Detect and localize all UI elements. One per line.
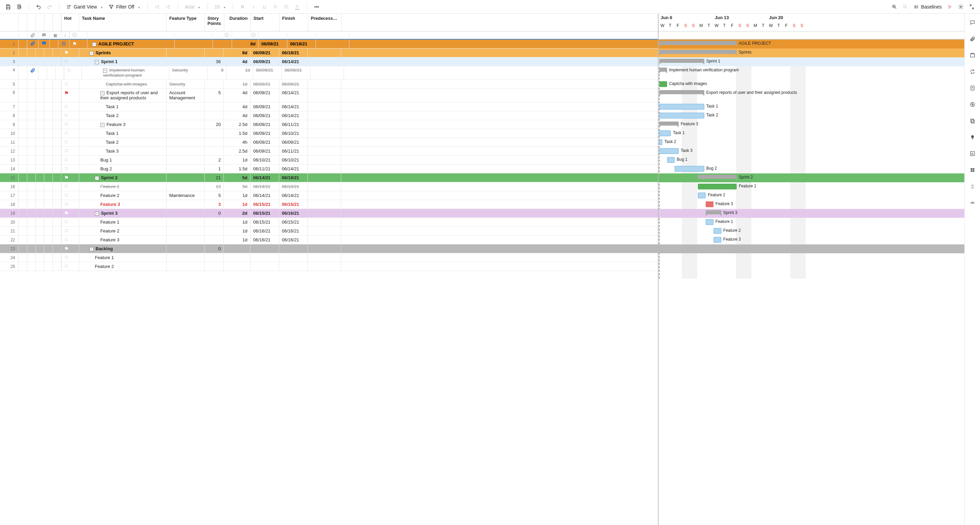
attachment-icon[interactable] [30, 68, 35, 74]
cell-feature-type[interactable] [167, 147, 205, 155]
zoom-out-button[interactable] [900, 2, 910, 11]
cell-finish[interactable] [279, 262, 308, 271]
table-row[interactable]: 23⚑−Backlog0 [0, 244, 658, 253]
cell-points[interactable] [205, 236, 224, 244]
cell-feature-type[interactable] [167, 48, 205, 57]
redo-button[interactable] [45, 2, 54, 11]
flag-icon[interactable]: ⚐ [64, 81, 68, 88]
cell-start[interactable]: 06/16/21 [250, 227, 279, 235]
cell-points[interactable] [205, 80, 224, 88]
cell-start[interactable]: 06/09/21 [250, 120, 279, 129]
flag-icon[interactable]: ⚑ [64, 210, 68, 216]
activity-icon[interactable] [969, 101, 977, 109]
flag-icon[interactable]: ⚐ [64, 219, 68, 225]
collapse-toggle[interactable]: − [89, 247, 94, 251]
flag-icon[interactable]: ⚐ [64, 201, 68, 207]
cell-feature-type[interactable] [167, 57, 205, 66]
cell-finish[interactable]: 06/11/21 [279, 147, 308, 155]
cell-task-name[interactable]: Task 1 [79, 129, 167, 137]
gantt-bar[interactable] [706, 201, 713, 207]
cell-start[interactable]: 06/15/21 [250, 200, 279, 209]
cell-points[interactable] [205, 138, 224, 147]
flag-icon[interactable]: ⚐ [64, 193, 68, 199]
cell-predecessors[interactable] [308, 244, 341, 253]
cell-start[interactable]: 06/09/21 [250, 129, 279, 137]
cell-predecessors[interactable] [308, 80, 341, 88]
cell-predecessors[interactable] [308, 138, 341, 147]
flag-icon[interactable]: ⚐ [64, 59, 68, 65]
cell-duration[interactable]: 8d [232, 40, 259, 48]
cell-duration[interactable]: 4d [224, 102, 250, 111]
cell-feature-type[interactable] [167, 209, 205, 217]
cell-feature-type[interactable] [167, 218, 205, 226]
cell-start[interactable]: 06/11/21 [250, 164, 279, 173]
flag-icon[interactable]: ⚑ [64, 90, 68, 96]
cell-start[interactable]: 06/09/21 [250, 138, 279, 147]
gantt-row[interactable]: Task 2 [659, 138, 964, 147]
cell-finish[interactable]: 06/14/21 [279, 89, 308, 102]
cell-finish[interactable]: 06/09/21 [279, 80, 308, 88]
cell-predecessors[interactable] [308, 218, 341, 226]
gantt-row[interactable]: Bug 1 [659, 156, 964, 164]
flag-icon[interactable]: ⚑ [64, 175, 68, 181]
cell-start[interactable]: 06/15/21 [250, 209, 279, 217]
cell-points[interactable]: 1 [205, 164, 224, 173]
gantt-row[interactable]: Feature 2 [659, 227, 964, 236]
settings-button[interactable] [956, 2, 966, 11]
gantt-bar[interactable] [698, 184, 737, 190]
collapse-toggle[interactable]: − [100, 91, 104, 95]
gantt-bar[interactable] [659, 41, 737, 45]
table-row[interactable]: 1⚑−AGILE PROJECT8d06/09/2106/18/21 [0, 40, 658, 48]
col-hot[interactable]: Hot [61, 14, 79, 31]
cell-predecessors[interactable] [308, 48, 341, 57]
gantt-bar[interactable] [659, 104, 704, 110]
print-button[interactable] [14, 2, 24, 11]
table-row[interactable]: 9⚐−Feature 3202.5d06/09/2106/11/21 [0, 120, 658, 129]
gantt-row[interactable] [659, 253, 964, 262]
col-duration[interactable]: Duration [224, 14, 251, 31]
flag-icon[interactable]: ⚐ [64, 104, 68, 110]
flag-icon[interactable]: ⚐ [64, 157, 68, 163]
cell-start[interactable]: 06/09/21 [250, 147, 279, 155]
cell-start[interactable]: 06/09/21 [253, 66, 282, 80]
cell-task-name[interactable]: Captcha with images [79, 80, 167, 88]
lock-icon[interactable] [61, 41, 67, 47]
publish-icon[interactable] [969, 84, 977, 92]
cell-predecessors[interactable] [308, 120, 341, 129]
cell-feature-type[interactable] [167, 111, 205, 120]
cell-finish[interactable]: 06/10/21 [279, 156, 308, 164]
gantt-row[interactable] [659, 262, 964, 271]
apps-icon[interactable] [969, 166, 977, 174]
cell-task-name[interactable]: Bug 1 [79, 156, 167, 164]
cell-start[interactable]: 06/09/21 [250, 111, 279, 120]
cell-task-name[interactable]: −Backlog [79, 244, 167, 253]
cell-task-name[interactable]: Bug 2 [79, 164, 167, 173]
more-button[interactable]: ••• [312, 2, 321, 11]
gantt-bar[interactable] [659, 113, 704, 118]
gantt-bar[interactable] [706, 219, 713, 225]
flag-icon[interactable]: ⚑ [72, 41, 77, 47]
gantt-row[interactable]: Task 1 [659, 129, 964, 138]
cell-predecessors[interactable] [308, 227, 341, 235]
table-row[interactable]: 7⚐Task 14d06/09/2106/14/21 [0, 102, 658, 111]
conversations-icon[interactable] [969, 18, 977, 27]
cell-duration[interactable]: 1.5d [224, 129, 250, 137]
cell-feature-type[interactable] [167, 227, 205, 235]
cell-task-name[interactable]: −Sprint 1 [79, 57, 167, 66]
cell-points[interactable] [205, 147, 224, 155]
cell-start[interactable]: 06/09/21 [250, 80, 279, 88]
gantt-row[interactable]: Feature 1 [659, 218, 964, 227]
cell-finish[interactable]: 06/14/21 [279, 164, 308, 173]
gantt-row[interactable]: Feature 2 [659, 191, 964, 200]
idea-icon[interactable] [969, 133, 977, 141]
table-row[interactable]: 4⚐−Implement human verification programS… [0, 66, 658, 80]
col-type[interactable]: Feature Type [167, 14, 205, 31]
cell-task-name[interactable]: Task 3 [79, 147, 167, 155]
cell-duration[interactable]: 1d [224, 156, 250, 164]
cell-finish[interactable]: 06/18/21 [279, 48, 308, 57]
cell-duration[interactable]: 2.5d [224, 120, 250, 129]
table-row[interactable]: 19⚑−Sprint 302d06/15/2106/16/21 [0, 209, 658, 218]
cell-task-name[interactable]: −Sprints [79, 48, 167, 57]
underline-button[interactable]: U [260, 2, 269, 11]
cell-duration[interactable] [224, 262, 250, 271]
